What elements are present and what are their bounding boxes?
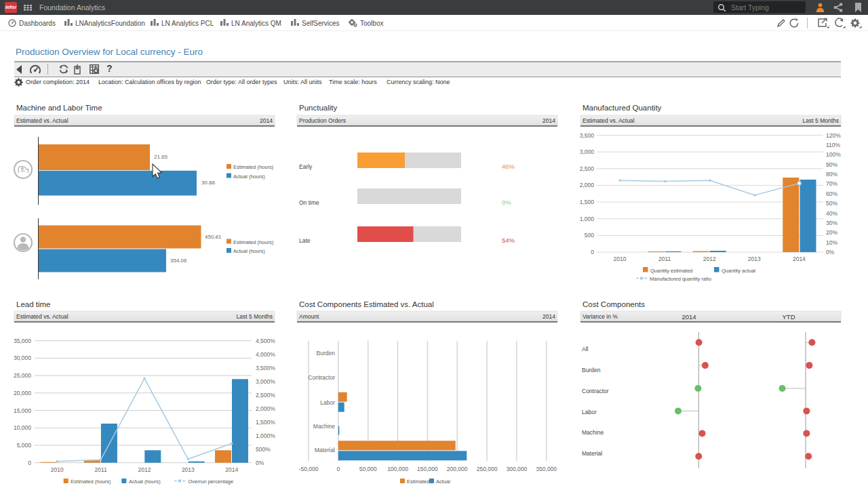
svg-text:3,000%: 3,000% (256, 378, 275, 385)
svg-text:Machine: Machine (582, 429, 604, 436)
svg-text:2013: 2013 (182, 466, 195, 473)
svg-text:2,000: 2,000 (580, 182, 595, 188)
svg-text:Contractor: Contractor (582, 388, 609, 394)
svg-text:2012: 2012 (703, 256, 716, 262)
svg-text:2,500%: 2,500% (256, 392, 275, 399)
svg-text:15,000: 15,000 (14, 407, 31, 414)
svg-text:0: 0 (336, 466, 340, 472)
svg-text:Labor: Labor (320, 399, 335, 406)
svg-text:2011: 2011 (658, 256, 671, 262)
svg-text:2014: 2014 (682, 313, 696, 321)
svg-text:40%: 40% (826, 210, 837, 217)
svg-text:250,000: 250,000 (477, 466, 498, 472)
svg-text:Quantity estimated: Quantity estimated (650, 268, 693, 274)
svg-text:354.06: 354.06 (170, 258, 187, 264)
svg-text:1,500%: 1,500% (256, 419, 275, 426)
svg-text:0%: 0% (826, 249, 835, 256)
svg-text:Estimated vs. Actual: Estimated vs. Actual (583, 117, 635, 124)
svg-text:21.65: 21.65 (154, 154, 168, 160)
svg-text:Manufactured Quantity: Manufactured Quantity (583, 104, 662, 112)
svg-text:Amount: Amount (299, 313, 319, 320)
svg-text:2,500: 2,500 (580, 165, 595, 172)
svg-text:90%: 90% (826, 161, 837, 168)
svg-text:Last 5 Months: Last 5 Months (237, 313, 273, 320)
svg-text:Estimated (hours): Estimated (hours) (71, 479, 111, 485)
svg-text:25,000: 25,000 (14, 372, 31, 379)
svg-text:YTD: YTD (783, 313, 795, 321)
svg-text:Quantity actual: Quantity actual (722, 268, 755, 274)
svg-text:100,000: 100,000 (387, 466, 408, 472)
svg-text:Estimated (hours): Estimated (hours) (233, 239, 274, 245)
svg-text:Cost Components Estimated vs.: Cost Components Estimated vs. Actual (299, 300, 434, 308)
svg-text:Estimated vs. Actual: Estimated vs. Actual (16, 117, 68, 124)
svg-text:All: All (582, 346, 589, 352)
svg-text:100%: 100% (826, 151, 841, 158)
svg-text:Production Orders: Production Orders (299, 117, 346, 124)
svg-text:5,000: 5,000 (17, 442, 32, 449)
svg-text:Actual (hours): Actual (hours) (129, 479, 161, 485)
svg-text:350,000: 350,000 (536, 466, 557, 472)
svg-text:450.81: 450.81 (205, 234, 222, 240)
svg-text:Punctuality: Punctuality (299, 104, 338, 112)
svg-text:150,000: 150,000 (417, 466, 438, 472)
svg-text:2013: 2013 (748, 256, 761, 262)
svg-text:Actual (hours): Actual (hours) (233, 174, 265, 180)
svg-text:1,000: 1,000 (580, 216, 595, 222)
svg-text:3,500: 3,500 (580, 132, 595, 139)
svg-text:-50,000: -50,000 (299, 466, 319, 472)
svg-text:2011: 2011 (95, 466, 108, 473)
svg-text:Machine: Machine (313, 423, 335, 430)
svg-text:50%: 50% (826, 200, 837, 207)
svg-text:0%: 0% (502, 199, 511, 206)
svg-text:80%: 80% (826, 171, 837, 178)
svg-text:Contractor: Contractor (308, 374, 335, 381)
svg-text:2014: 2014 (542, 117, 555, 124)
svg-text:Material: Material (582, 450, 602, 457)
svg-text:2014: 2014 (542, 313, 555, 320)
svg-text:3,500%: 3,500% (256, 365, 275, 371)
svg-text:50,000: 50,000 (359, 466, 377, 472)
svg-text:Estimated vs. Actual: Estimated vs. Actual (16, 313, 68, 320)
svg-text:Actual: Actual (436, 479, 450, 485)
svg-text:Machine and Labor Time: Machine and Labor Time (16, 104, 102, 112)
svg-text:Burden: Burden (582, 367, 601, 373)
svg-text:2012: 2012 (138, 466, 151, 473)
svg-text:300,000: 300,000 (507, 466, 528, 472)
svg-text:54%: 54% (502, 237, 515, 244)
svg-text:3,000: 3,000 (580, 148, 595, 155)
svg-text:10%: 10% (826, 239, 837, 246)
svg-text:0%: 0% (256, 460, 264, 466)
svg-text:2014: 2014 (260, 117, 273, 124)
svg-text:2010: 2010 (51, 466, 64, 473)
svg-text:500%: 500% (256, 446, 271, 453)
svg-text:110%: 110% (826, 142, 841, 148)
svg-text:10,000: 10,000 (14, 424, 31, 431)
svg-text:120%: 120% (826, 132, 841, 139)
svg-text:2014: 2014 (225, 466, 238, 473)
svg-text:30.88: 30.88 (201, 180, 216, 186)
svg-text:200,000: 200,000 (447, 466, 468, 472)
svg-text:0: 0 (591, 249, 594, 256)
svg-text:35,000: 35,000 (14, 338, 31, 344)
svg-text:On time: On time (299, 199, 319, 206)
svg-text:Late: Late (299, 237, 311, 244)
svg-text:1,500: 1,500 (580, 199, 595, 205)
svg-text:60%: 60% (826, 190, 837, 197)
svg-text:Labor: Labor (582, 409, 597, 415)
svg-text:Last 5 Months: Last 5 Months (803, 117, 839, 124)
svg-text:1,000%: 1,000% (256, 432, 275, 439)
svg-text:2014: 2014 (793, 256, 806, 262)
svg-text:0: 0 (28, 460, 31, 466)
svg-text:20%: 20% (826, 229, 837, 236)
svg-text:Actual (hours): Actual (hours) (233, 248, 265, 254)
svg-text:Manufactured quantity ratio: Manufactured quantity ratio (650, 276, 711, 282)
svg-text:2,000%: 2,000% (256, 405, 275, 412)
svg-text:Estimated (hours): Estimated (hours) (233, 164, 274, 170)
svg-text:70%: 70% (826, 180, 837, 187)
svg-text:4,500%: 4,500% (256, 338, 275, 344)
svg-text:500: 500 (585, 232, 594, 239)
svg-text:4,000%: 4,000% (256, 351, 275, 358)
svg-text:2010: 2010 (614, 256, 627, 262)
svg-text:Overrun percentage: Overrun percentage (189, 479, 234, 485)
svg-text:46%: 46% (502, 163, 515, 170)
